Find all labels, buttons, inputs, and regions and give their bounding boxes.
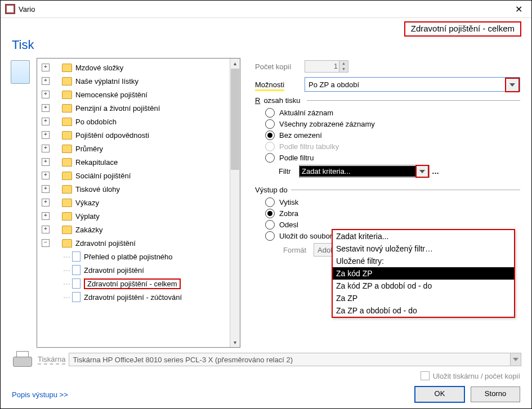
expand-icon[interactable]: + (42, 104, 50, 112)
expand-icon[interactable]: + (42, 226, 50, 233)
expand-icon[interactable]: + (42, 172, 50, 179)
options-combo[interactable]: Po ZP a období (305, 77, 520, 92)
titlebar: Vario ✕ (1, 1, 531, 18)
report-tree[interactable]: +Mzdové složky+Naše výplatní lístky+Nemo… (37, 58, 240, 348)
printer-dropdown-button[interactable] (510, 353, 521, 366)
print-dialog: Vario ✕ Zdravotní pojištění - celkem Tis… (0, 0, 532, 409)
tree-folder[interactable]: +Zakázky (39, 223, 230, 236)
collapse-icon[interactable]: − (42, 239, 50, 247)
rozsah-option[interactable]: Podle filtru (265, 153, 520, 163)
dropdown-item[interactable]: Za kód ZP a období od - do (333, 280, 514, 292)
page-title: Tisk (11, 37, 521, 58)
tree-folder[interactable]: +Pojištění odpovědnosti (39, 128, 230, 142)
radio-icon[interactable] (265, 131, 275, 140)
rozsah-option[interactable]: Všechny zobrazené záznamy (265, 119, 520, 129)
expand-icon[interactable]: + (42, 185, 50, 193)
output-description-link[interactable]: Popis výstupu >> (12, 390, 409, 399)
scroll-down[interactable]: ▾ (230, 338, 240, 347)
radio-icon[interactable] (265, 231, 275, 241)
dropdown-item[interactable]: Za ZP (333, 292, 514, 304)
radio-icon[interactable] (265, 119, 275, 129)
save-printer-checkbox[interactable] (421, 371, 430, 380)
folder-icon (62, 145, 72, 153)
options-dropdown-button[interactable] (505, 78, 520, 92)
expand-icon[interactable]: + (42, 145, 50, 152)
radio-icon[interactable] (265, 197, 275, 207)
copies-label: Počet kopií (255, 62, 305, 71)
dropdown-item[interactable]: Za kód ZP (333, 267, 514, 280)
filtr-more-button[interactable]: … (432, 167, 440, 176)
rozsah-option[interactable]: Bez omezení (265, 131, 520, 140)
dropdown-item[interactable]: Zadat kriteria... (333, 230, 514, 242)
filtr-combo[interactable]: Zadat kriteria... (299, 165, 430, 178)
tree-folder[interactable]: +Po obdobích (39, 115, 230, 128)
tree-folder[interactable]: +Výkazy (39, 196, 230, 209)
vystup-option[interactable]: Vytisk (265, 197, 520, 207)
copies-input[interactable]: 1 ▲▼ (305, 60, 348, 73)
radio-icon[interactable] (265, 209, 275, 218)
filtr-dropdown-button[interactable] (415, 165, 429, 178)
close-button[interactable]: ✕ (511, 2, 527, 17)
tree-folder[interactable]: +Naše výplatní lístky (39, 74, 230, 88)
radio-icon[interactable] (265, 220, 275, 230)
format-label: Formát (283, 246, 314, 254)
tree-folder[interactable]: +Tiskové úlohy (39, 182, 230, 196)
copies-spinner[interactable]: ▲▼ (339, 61, 348, 72)
rozsah-option: Podle filtru tabulky (265, 142, 520, 151)
app-icon (5, 4, 15, 14)
tree-folder-expanded[interactable]: −Zdravotní pojištění (39, 236, 230, 250)
tree-folder[interactable]: +Průměry (39, 142, 230, 155)
document-icon (11, 60, 30, 84)
folder-icon (62, 158, 72, 167)
vystup-option[interactable]: Zobra (265, 209, 520, 218)
printer-label: Tiskárna (38, 355, 65, 365)
tree-item[interactable]: ⋯Přehled o platbě pojistného (39, 250, 230, 263)
expand-icon[interactable]: + (42, 158, 50, 166)
tree-scrollbar[interactable]: ▴ ▾ (230, 59, 240, 347)
vystup-option[interactable]: Odesl (265, 220, 520, 230)
radio-icon[interactable] (265, 153, 275, 163)
file-icon (72, 265, 81, 275)
folder-icon (62, 118, 72, 126)
tree-item[interactable]: ⋯Zdravotní pojištění - zúčtování (39, 290, 230, 304)
vystup-title: Výstup do (255, 186, 291, 194)
dropdown-item[interactable]: Uložené filtry: (333, 255, 514, 267)
expand-icon[interactable]: + (42, 91, 50, 98)
scroll-thumb[interactable] (231, 69, 239, 170)
ok-button[interactable]: OK (414, 386, 465, 403)
save-printer-label: Uložit tiskárnu / počet kopií (433, 372, 520, 380)
filtr-dropdown-list[interactable]: Zadat kriteria...Sestavit nový uložený f… (332, 229, 515, 318)
expand-icon[interactable]: + (42, 212, 50, 220)
tree-folder[interactable]: +Výplaty (39, 209, 230, 223)
expand-icon[interactable]: + (42, 118, 50, 125)
cancel-button[interactable]: Storno (471, 386, 520, 402)
tree-folder[interactable]: +Penzijní a životní pojištění (39, 101, 230, 115)
window-title: Vario (19, 5, 511, 14)
file-icon (72, 251, 81, 262)
expand-icon[interactable]: + (42, 131, 50, 139)
dropdown-item[interactable]: Sestavit nový uložený filtr… (333, 242, 514, 255)
printer-combo[interactable]: Tiskárna HP OfficeJet 8010 series PCL-3 … (69, 353, 521, 366)
folder-icon (62, 226, 72, 234)
folder-icon (62, 185, 72, 194)
filtr-label: Filtr (279, 167, 299, 176)
expand-icon[interactable]: + (42, 199, 50, 206)
expand-icon[interactable]: + (42, 77, 50, 85)
tree-item[interactable]: ⋯Zdravotní pojištění (39, 263, 230, 277)
report-name-preview: Zdravotní pojištění - celkem (404, 21, 521, 37)
tree-folder[interactable]: +Sociální pojištění (39, 169, 230, 182)
tree-item[interactable]: ⋯Zdravotní pojištění - celkem (39, 277, 230, 290)
folder-icon (62, 172, 72, 180)
dropdown-item[interactable]: Za ZP a období od - do (333, 304, 514, 317)
folder-icon (62, 91, 72, 99)
tree-folder[interactable]: +Nemocenské pojištění (39, 88, 230, 101)
rozsah-option[interactable]: Aktuální záznam (265, 108, 520, 118)
scroll-up[interactable]: ▴ (230, 59, 240, 68)
folder-icon (62, 64, 72, 72)
tree-folder[interactable]: +Mzdové složky (39, 61, 230, 74)
folder-icon (62, 131, 72, 140)
expand-icon[interactable]: + (42, 64, 50, 71)
radio-icon[interactable] (265, 108, 275, 118)
tree-folder[interactable]: +Rekapitulace (39, 155, 230, 169)
radio-icon (265, 142, 275, 151)
